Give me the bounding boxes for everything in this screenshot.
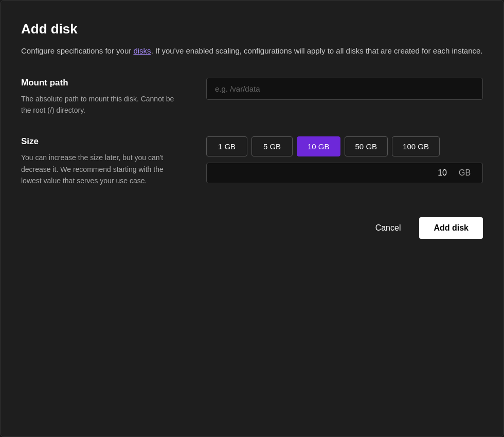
size-description: You can increase the size later, but you…: [21, 152, 175, 186]
size-label-col: Size You can increase the size later, bu…: [21, 136, 175, 186]
size-control-col: 1 GB 5 GB 10 GB 50 GB 100 GB GB: [206, 136, 483, 186]
add-disk-dialog: Add disk Configure specifications for yo…: [0, 0, 504, 437]
size-options: 1 GB 5 GB 10 GB 50 GB 100 GB: [206, 136, 483, 156]
size-label: Size: [21, 136, 175, 147]
size-input-row: GB: [206, 163, 483, 183]
dialog-title: Add disk: [21, 21, 483, 37]
description-text-end: . If you've enabled scaling, configurati…: [151, 46, 483, 55]
dialog-footer: Cancel Add disk: [21, 217, 483, 239]
mount-path-label: Mount path: [21, 78, 175, 88]
mount-path-control-col: [206, 78, 483, 116]
disks-link[interactable]: disks: [133, 46, 151, 55]
size-unit: GB: [459, 168, 474, 178]
dialog-description: Configure specifications for your disks.…: [21, 45, 483, 57]
add-disk-button[interactable]: Add disk: [419, 217, 483, 239]
size-option-50gb[interactable]: 50 GB: [345, 136, 388, 156]
mount-path-section: Mount path The absolute path to mount th…: [21, 78, 483, 116]
size-option-100gb[interactable]: 100 GB: [392, 136, 440, 156]
cancel-button[interactable]: Cancel: [365, 217, 411, 239]
size-input[interactable]: [215, 168, 459, 178]
size-option-1gb[interactable]: 1 GB: [206, 136, 247, 156]
description-text-start: Configure specifications for your: [21, 46, 133, 55]
mount-path-label-col: Mount path The absolute path to mount th…: [21, 78, 175, 116]
mount-path-description: The absolute path to mount this disk. Ca…: [21, 93, 175, 116]
size-section: Size You can increase the size later, bu…: [21, 136, 483, 186]
mount-path-input[interactable]: [206, 78, 483, 100]
size-option-10gb[interactable]: 10 GB: [297, 136, 340, 156]
size-option-5gb[interactable]: 5 GB: [251, 136, 293, 156]
